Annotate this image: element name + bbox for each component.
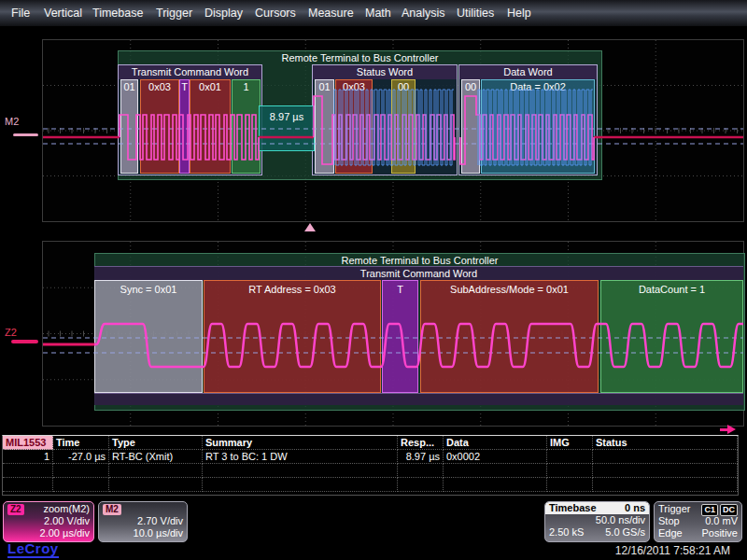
field-data-value: Data = 0x02 xyxy=(481,79,595,174)
m2-descriptor-box[interactable]: M2 2.70 V/div 10.0 µs/div xyxy=(98,501,188,542)
trigger-slope: Positive xyxy=(701,527,738,539)
decode-word-bottom-band xyxy=(94,393,743,405)
table-cell-data[interactable]: 0x0002 xyxy=(444,450,547,464)
menu-trigger[interactable]: Trigger xyxy=(156,7,192,20)
menu-file[interactable]: File xyxy=(11,7,30,20)
word-title: Status Word xyxy=(313,65,457,79)
z2-vdiv: 2.00 V/div xyxy=(7,515,90,527)
decode-table-tab[interactable]: MIL1553 xyxy=(3,436,53,450)
decode-word-title-band: Transmit Command Word xyxy=(94,266,743,281)
table-cell-type[interactable]: RT-BC (Xmit) xyxy=(109,450,203,464)
m2-tag: M2 xyxy=(103,504,121,515)
col-summary: Summary xyxy=(203,436,398,450)
field-tr-bit: T xyxy=(382,280,418,393)
timebase-tdiv: 50.0 ns/div xyxy=(549,514,645,526)
m2-tdiv: 10.0 µs/div xyxy=(103,527,183,539)
m2-vdiv: 2.70 V/div xyxy=(103,515,183,527)
col-data: Data xyxy=(444,436,547,450)
field-sync: Sync = 0x01 xyxy=(94,280,203,393)
col-img: IMG xyxy=(547,436,593,450)
timebase-samples: 2.50 kS xyxy=(549,526,584,539)
field-rt-address: RT Address = 0x03 xyxy=(204,280,381,393)
field-sync: 00 xyxy=(461,79,480,174)
trigger-level: 0.0 mV xyxy=(705,515,738,527)
timebase-title: Timebase xyxy=(549,502,597,514)
field-datacount: 1 xyxy=(232,79,261,174)
menu-vertical[interactable]: Vertical xyxy=(44,7,82,20)
field-rt-address: 0x03 xyxy=(335,79,373,174)
response-time-annotation: 8.97 µs xyxy=(259,105,315,151)
timebase-offset: 0 ns xyxy=(625,502,645,514)
trigger-mode: Stop xyxy=(658,515,680,527)
field-rt-address: 0x03 xyxy=(140,79,179,174)
field-subaddress: 0x01 xyxy=(190,79,231,174)
upper-waveform-grid: Remote Terminal to Bus Controller Transm… xyxy=(42,39,744,222)
table-cell-status[interactable] xyxy=(593,450,738,464)
trigger-position-marker-icon[interactable] xyxy=(304,223,316,231)
lecroy-logo: LeCroy xyxy=(7,541,59,558)
timebase-descriptor-box[interactable]: Timebase 0 ns 50.0 ns/div 2.50 kS 5.0 GS… xyxy=(544,501,650,542)
col-resp: Resp... xyxy=(398,436,444,450)
menu-timebase[interactable]: Timebase xyxy=(92,7,143,20)
word-title: Transmit Command Word xyxy=(119,65,261,79)
decode-word-data: Data Word 00 Data = 0x02 xyxy=(458,64,598,175)
channel-label-m2: M2 xyxy=(5,116,19,127)
menu-cursors[interactable]: Cursors xyxy=(255,7,296,20)
oscilloscope-screen: File Vertical Timebase Trigger Display C… xyxy=(0,0,747,560)
lower-waveform-grid: Remote Terminal to Bus Controller Transm… xyxy=(42,241,744,427)
table-cell-img[interactable] xyxy=(547,450,593,464)
z2-tag: Z2 xyxy=(7,504,24,515)
field-tr-bit: T xyxy=(179,79,190,174)
z2-descriptor-box[interactable]: Z2 zoom(M2) 2.00 V/div 2.00 µs/div xyxy=(3,501,94,542)
field-subaddress: SubAddress/Mode = 0x01 xyxy=(420,280,599,393)
datetime-stamp: 12/16/2011 7:58:21 AM xyxy=(615,544,730,557)
decode-word-transmit-command: Transmit Command Word 01 0x03 T 0x01 1 xyxy=(118,64,262,175)
decode-word-status: Status Word 01 0x03 00 xyxy=(312,64,458,175)
col-type: Type xyxy=(109,436,203,450)
trigger-title: Trigger xyxy=(658,503,690,515)
menu-help[interactable]: Help xyxy=(507,7,531,20)
field-status-flags: 00 xyxy=(391,79,416,174)
table-empty-cell xyxy=(3,464,53,478)
decode-table: MIL1553 Time Type Summary Resp... Data I… xyxy=(2,435,739,496)
word-title: Data Word xyxy=(459,65,597,79)
table-empty-cell xyxy=(3,478,53,492)
trigger-descriptor-box[interactable]: Trigger C1DC Stop 0.0 mV Edge Positive xyxy=(654,501,742,542)
table-cell-time[interactable]: -27.0 µs xyxy=(53,450,109,464)
channel-label-z2: Z2 xyxy=(5,327,17,338)
z2-source-label: zoom(M2) xyxy=(24,503,90,515)
timebase-rate: 5.0 GS/s xyxy=(605,526,645,539)
menu-display[interactable]: Display xyxy=(204,7,243,20)
table-scroll-arrow-tip-icon[interactable] xyxy=(727,425,736,434)
col-status: Status xyxy=(593,436,738,450)
table-cell-resp[interactable]: 8.97 µs xyxy=(398,450,444,464)
z2-tdiv: 2.00 µs/div xyxy=(7,527,90,539)
field-sync: 01 xyxy=(120,79,138,174)
menu-analysis[interactable]: Analysis xyxy=(402,7,445,20)
decode-region-title: Remote Terminal to Bus Controller xyxy=(95,254,744,267)
field-datacount: DataCount = 1 xyxy=(600,280,743,393)
m2-trace-indicator-icon[interactable] xyxy=(13,133,38,136)
menu-bar: File Vertical Timebase Trigger Display C… xyxy=(0,0,747,27)
field-sync: 01 xyxy=(315,79,334,174)
menu-utilities[interactable]: Utilities xyxy=(457,7,494,20)
decode-region-title: Remote Terminal to Bus Controller xyxy=(119,51,601,64)
table-scroll-arrow-icon[interactable] xyxy=(720,428,727,431)
table-row-index[interactable]: 1 xyxy=(3,450,53,464)
trigger-type: Edge xyxy=(658,527,683,539)
menu-measure[interactable]: Measure xyxy=(308,7,354,20)
table-cell-summary[interactable]: RT 3 to BC: 1 DW xyxy=(203,450,398,464)
z2-trace-indicator-icon[interactable] xyxy=(11,340,38,343)
col-time: Time xyxy=(53,436,109,450)
menu-math[interactable]: Math xyxy=(365,7,391,20)
